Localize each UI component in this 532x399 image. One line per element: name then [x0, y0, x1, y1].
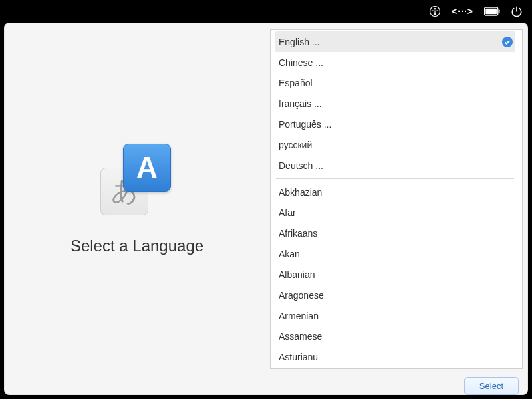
language-item[interactable]: français ... [275, 93, 515, 114]
left-pane: あ A Select a Language [4, 23, 270, 376]
language-item[interactable]: Português ... [275, 114, 515, 134]
language-item-label: Asturianu [279, 352, 318, 362]
power-icon[interactable] [511, 5, 523, 17]
right-pane: English ...Chinese ...Españolfrançais ..… [270, 23, 528, 376]
language-list[interactable]: English ...Chinese ...Españolfrançais ..… [270, 29, 523, 369]
language-icon-front: A [123, 144, 171, 192]
language-item-label: Deutsch ... [279, 160, 323, 171]
language-item[interactable]: Armenian [275, 305, 515, 326]
language-item-label: Afar [279, 207, 296, 218]
select-button[interactable]: Select [464, 377, 519, 395]
svg-rect-3 [485, 9, 497, 14]
language-item[interactable]: Afrikaans [275, 223, 515, 243]
language-item[interactable]: Español [275, 72, 515, 93]
language-item-label: français ... [279, 98, 322, 109]
check-icon [502, 37, 513, 47]
language-item-label: Assamese [279, 331, 322, 342]
language-item-label: Akan [279, 249, 300, 259]
page-title: Select a Language [70, 237, 203, 255]
language-item-label: Abkhazian [279, 187, 322, 198]
language-item[interactable]: Deutsch ... [275, 155, 515, 176]
language-item[interactable]: Asturianu [275, 346, 515, 367]
language-item-label: Albanian [279, 269, 315, 280]
language-item-label: русский [279, 140, 312, 150]
network-brackets-icon[interactable]: <···> [452, 6, 473, 17]
language-item-label: English ... [279, 37, 319, 47]
svg-point-1 [434, 8, 436, 9]
language-item-label: Armenian [279, 311, 319, 321]
language-item[interactable]: Chinese ... [275, 52, 515, 72]
language-item-label: Afrikaans [279, 228, 317, 239]
language-item[interactable]: Aragonese [275, 285, 515, 305]
language-item[interactable]: Assamese [275, 326, 515, 346]
accessibility-icon[interactable] [429, 5, 441, 17]
language-item-label: Português ... [279, 119, 331, 130]
language-item-label: Español [279, 78, 313, 88]
language-item-label: Aragonese [279, 290, 324, 301]
language-item[interactable]: Akan [275, 243, 515, 264]
footer: Select [4, 376, 528, 395]
battery-icon[interactable] [484, 7, 500, 16]
setup-window: あ A Select a Language English ...Chinese… [4, 23, 528, 395]
language-item[interactable]: Albanian [275, 264, 515, 285]
svg-rect-4 [499, 9, 500, 13]
content-area: あ A Select a Language English ...Chinese… [4, 23, 528, 376]
language-item[interactable]: Afar [275, 202, 515, 223]
language-item[interactable]: русский [275, 134, 515, 155]
language-item-label: Chinese ... [279, 57, 323, 68]
menubar: <···> [0, 0, 532, 23]
language-icon: あ A [100, 144, 174, 217]
language-item[interactable]: Abkhazian [275, 182, 515, 202]
language-item[interactable]: English ... [275, 31, 515, 52]
list-divider [276, 178, 514, 179]
